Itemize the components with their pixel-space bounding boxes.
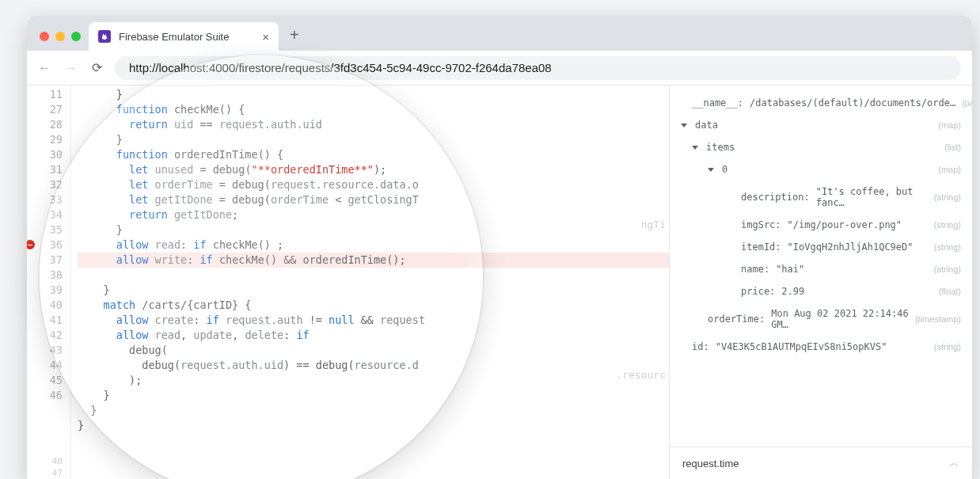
- line-number: 37: [27, 253, 63, 268]
- new-tab-button[interactable]: +: [279, 26, 310, 51]
- caret-down-icon: [681, 124, 687, 127]
- line-number: 30: [27, 147, 63, 162]
- close-tab-icon[interactable]: ×: [262, 30, 269, 44]
- inspector-row-imgsrc: imgSrc: "/img/pour-over.png" (string): [670, 214, 972, 236]
- line-number: 38: [27, 268, 63, 283]
- reload-button-icon[interactable]: ⟳: [92, 60, 102, 75]
- line-number: 44: [27, 358, 63, 373]
- request-time-label: request.time: [682, 458, 739, 469]
- inspector-row-data[interactable]: data (map): [670, 114, 972, 136]
- inspector-row-id: id: "V4E3K5cB1AUTMpqEIvS8ni5opKVS" (stri…: [670, 336, 972, 358]
- inspector-row-items[interactable]: items (list): [670, 136, 972, 158]
- line-number: 35: [27, 222, 63, 238]
- inspector-row-item-name: name: "hai" (string): [670, 258, 972, 280]
- request-inspector: __name__: /databases/(default)/documents…: [670, 86, 972, 479]
- minimize-window-icon[interactable]: [55, 32, 65, 41]
- overflow-hint: ngTi: [641, 219, 666, 230]
- line-number: 46: [27, 388, 63, 403]
- inspector-row-itemid: itemId: "IoVgqH2nhJljAh1QC9eD" (string): [670, 236, 972, 258]
- error-marker-icon[interactable]: 36: [27, 238, 63, 253]
- line-number: 43: [27, 343, 63, 358]
- line-number: 32: [27, 177, 63, 192]
- code-body[interactable]: } function checkMe() { return uid == req…: [71, 86, 669, 479]
- line-number: 33: [27, 192, 63, 207]
- gutter-continuation: 40 47: [27, 450, 71, 479]
- line-number: 45: [27, 373, 63, 388]
- page-content: 11 27 28 29 30 31 32 33 34 35 36 37 38 3…: [27, 86, 972, 479]
- rules-editor: 11 27 28 29 30 31 32 33 34 35 36 37 38 3…: [27, 86, 670, 479]
- url-input[interactable]: http://localhost:4000/firestore/requests…: [115, 56, 961, 80]
- nav-controls: ← → ⟳: [38, 60, 102, 75]
- window-controls: [35, 32, 89, 51]
- line-number: 27: [27, 102, 63, 117]
- url-text: http://localhost:4000/firestore/requests…: [129, 61, 552, 74]
- inspector-row-description: description: "It's coffee, but fanc… (st…: [670, 181, 972, 214]
- address-bar: ← → ⟳ http://localhost:4000/firestore/re…: [27, 51, 972, 86]
- inspector-row-ordertime: orderTime: Mon Aug 02 2021 22:14:46 GM… …: [670, 302, 972, 336]
- line-number: 41: [27, 313, 63, 328]
- inspector-row-price: price: 2.99 (float): [670, 280, 972, 302]
- browser-tab[interactable]: Firebase Emulator Suite ×: [89, 22, 279, 51]
- line-number: 28: [27, 117, 63, 132]
- line-number: 29: [27, 132, 63, 147]
- inspector-row-index0[interactable]: 0 (map): [670, 158, 972, 181]
- tab-title: Firebase Emulator Suite: [119, 31, 229, 43]
- maximize-window-icon[interactable]: [71, 32, 81, 41]
- caret-down-icon: [708, 168, 714, 172]
- line-number: 34: [27, 207, 63, 222]
- line-number: 40: [27, 298, 63, 313]
- overflow-hint: .resourc: [616, 369, 666, 381]
- line-number: 42: [27, 328, 63, 343]
- line-number: 39: [27, 283, 63, 298]
- forward-button-icon[interactable]: →: [65, 61, 78, 75]
- browser-window: Firebase Emulator Suite × + ← → ⟳ http:/…: [27, 16, 972, 479]
- line-gutter: 11 27 28 29 30 31 32 33 34 35 36 37 38 3…: [27, 86, 71, 479]
- back-button-icon[interactable]: ←: [38, 61, 51, 75]
- inspector-row-name: __name__: /databases/(default)/documents…: [670, 92, 972, 114]
- close-window-icon[interactable]: [40, 32, 49, 41]
- chevron-up-icon: ︿: [949, 456, 959, 470]
- tab-strip: Firebase Emulator Suite × +: [27, 16, 972, 51]
- caret-down-icon: [692, 146, 698, 150]
- line-number: 11: [27, 87, 63, 102]
- firebase-favicon-icon: [98, 30, 111, 43]
- line-number: 31: [27, 162, 63, 177]
- request-time-section[interactable]: request.time ︿: [670, 447, 972, 479]
